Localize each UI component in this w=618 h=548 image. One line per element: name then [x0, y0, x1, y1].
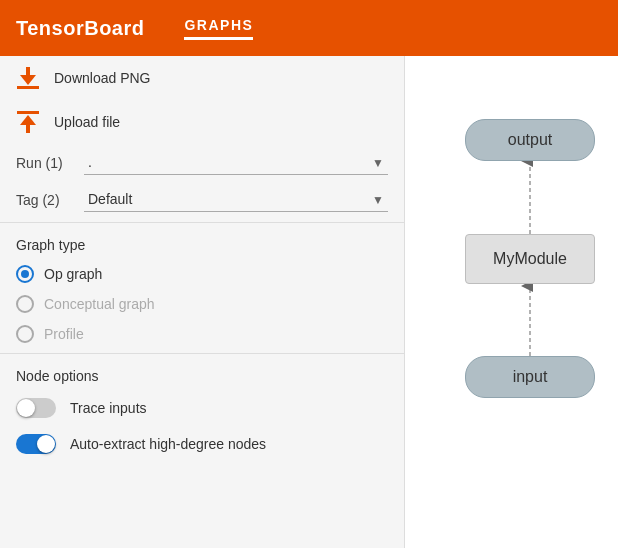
toggle-trace-inputs-label: Trace inputs	[70, 400, 147, 416]
graph-canvas: output MyModule input	[405, 56, 618, 548]
toggle-trace-inputs-row: Trace inputs	[0, 390, 404, 426]
download-label: Download PNG	[54, 70, 151, 86]
tag-select[interactable]: Default	[84, 187, 388, 212]
left-panel: Download PNG Upload file Run (1) . ▼	[0, 56, 405, 548]
node-mymodule: MyModule	[465, 234, 595, 284]
divider-1	[0, 222, 404, 223]
run-select-row: Run (1) . ▼	[0, 144, 404, 181]
tag-select-row: Tag (2) Default ▼	[0, 181, 404, 218]
tag-select-wrapper: Default ▼	[84, 187, 388, 212]
download-icon	[16, 66, 40, 90]
radio-profile-button[interactable]	[16, 325, 34, 343]
radio-conceptual-graph-label: Conceptual graph	[44, 296, 155, 312]
run-label: Run (1)	[16, 155, 76, 171]
divider-2	[0, 353, 404, 354]
toggle-auto-extract[interactable]	[16, 434, 56, 454]
run-select[interactable]: .	[84, 150, 388, 175]
radio-op-graph-button[interactable]	[16, 265, 34, 283]
radio-conceptual-graph[interactable]: Conceptual graph	[0, 289, 404, 319]
toggle-auto-extract-row: Auto-extract high-degree nodes	[0, 426, 404, 462]
app-logo: TensorBoard	[16, 17, 144, 40]
radio-profile-label: Profile	[44, 326, 84, 342]
tag-label: Tag (2)	[16, 192, 76, 208]
run-select-wrapper: . ▼	[84, 150, 388, 175]
radio-op-graph-label: Op graph	[44, 266, 102, 282]
toggle-auto-extract-knob	[37, 435, 55, 453]
upload-label: Upload file	[54, 114, 120, 130]
main-content: Download PNG Upload file Run (1) . ▼	[0, 56, 618, 548]
node-output: output	[465, 119, 595, 161]
app-header: TensorBoard GRAPHS	[0, 0, 618, 56]
upload-file-button[interactable]: Upload file	[0, 100, 404, 144]
node-input: input	[465, 356, 595, 398]
tab-graphs[interactable]: GRAPHS	[184, 17, 253, 40]
toggle-trace-inputs-knob	[17, 399, 35, 417]
toggle-auto-extract-label: Auto-extract high-degree nodes	[70, 436, 266, 452]
radio-profile[interactable]: Profile	[0, 319, 404, 349]
node-mymodule-label: MyModule	[493, 250, 567, 268]
download-png-button[interactable]: Download PNG	[0, 56, 404, 100]
node-output-label: output	[508, 131, 552, 149]
graph-type-title: Graph type	[0, 227, 404, 259]
radio-op-graph[interactable]: Op graph	[0, 259, 404, 289]
node-input-label: input	[513, 368, 548, 386]
radio-op-graph-inner	[21, 270, 29, 278]
radio-conceptual-graph-button[interactable]	[16, 295, 34, 313]
toggle-trace-inputs[interactable]	[16, 398, 56, 418]
node-options-title: Node options	[0, 358, 404, 390]
upload-icon	[16, 110, 40, 134]
